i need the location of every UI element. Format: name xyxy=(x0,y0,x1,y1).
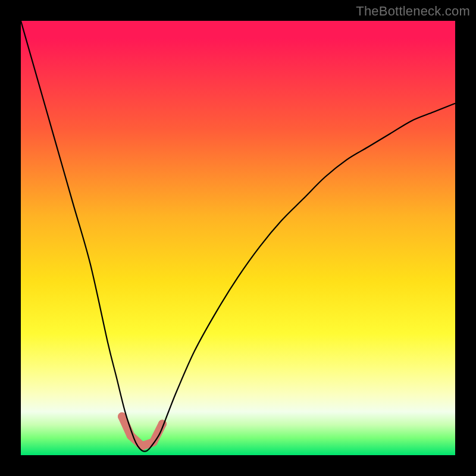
chart-svg xyxy=(21,21,455,455)
bottleneck-curve-path xyxy=(21,21,455,452)
plot-area xyxy=(21,21,455,455)
chart-container: TheBottleneck.com xyxy=(0,0,476,476)
highlight-markers-group xyxy=(118,412,167,446)
watermark-text: TheBottleneck.com xyxy=(356,4,470,19)
